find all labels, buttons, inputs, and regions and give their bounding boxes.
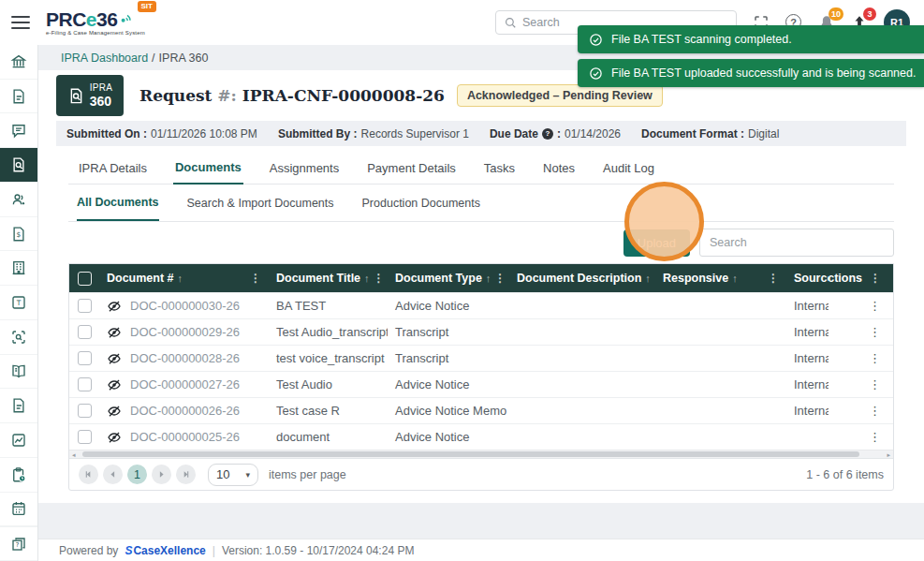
due-date-help-icon[interactable]: ? — [542, 128, 553, 140]
table-row[interactable]: DOC-000000027-26 Test Audio Advice Notic… — [69, 371, 893, 397]
next-page-button[interactable] — [152, 465, 171, 484]
scrollbar-thumb[interactable] — [82, 451, 859, 457]
table-row[interactable]: DOC-000000030-26 BA TEST Advice Notice I… — [69, 292, 893, 318]
last-page-button[interactable] — [176, 465, 196, 484]
col-document-type[interactable]: Document Type — [395, 272, 482, 285]
row-checkbox[interactable] — [78, 430, 92, 444]
document-number-link[interactable]: DOC-000000025-26 — [130, 430, 240, 444]
document-number-link[interactable]: DOC-000000027-26 — [130, 377, 240, 391]
row-actions-menu-icon[interactable]: ⋮ — [869, 299, 881, 313]
col-document-description[interactable]: Document Description — [517, 272, 641, 285]
upload-button[interactable]: Upload — [623, 229, 690, 257]
toast-stack: File BA TEST scanning completed. File BA… — [578, 25, 924, 87]
current-page-button[interactable]: 1 — [127, 465, 147, 484]
row-checkbox[interactable] — [78, 351, 92, 365]
tab-notes[interactable]: Notes — [541, 161, 577, 184]
sidebar-item-messages[interactable] — [0, 113, 37, 148]
sort-asc-icon[interactable]: ↑ — [486, 273, 491, 284]
eye-off-icon[interactable] — [107, 299, 122, 314]
toast-upload-success[interactable]: File BA TEST uploaded successfully and i… — [578, 59, 924, 87]
sidebar-item-reports-doc[interactable] — [0, 389, 37, 423]
eye-off-icon[interactable] — [107, 404, 122, 419]
tab-audit-log[interactable]: Audit Log — [601, 161, 656, 184]
select-all-checkbox[interactable] — [78, 272, 92, 286]
row-checkbox[interactable] — [78, 299, 92, 313]
scroll-right-icon[interactable]: ▸ — [887, 450, 890, 459]
sidebar-item-users[interactable] — [0, 183, 37, 217]
row-actions-menu-icon[interactable]: ⋮ — [869, 325, 881, 339]
eye-off-icon[interactable] — [107, 377, 122, 392]
horizontal-scrollbar[interactable]: ◂ ▸ — [69, 450, 893, 458]
tab-tasks[interactable]: Tasks — [482, 161, 517, 184]
column-menu-icon[interactable]: ⋮ — [870, 272, 881, 285]
column-menu-icon[interactable]: ⋮ — [374, 272, 385, 285]
brand-link[interactable]: SCaseXellence — [125, 544, 205, 557]
sort-asc-icon[interactable]: ↑ — [178, 273, 183, 284]
tab-payment-details[interactable]: Payment Details — [365, 161, 458, 184]
column-menu-icon[interactable]: ⋮ — [494, 272, 506, 285]
sidebar-item-ledger[interactable] — [0, 355, 37, 390]
row-checkbox[interactable] — [78, 325, 92, 339]
page-size-select[interactable]: 10▾ — [208, 464, 258, 486]
previous-page-button[interactable] — [103, 465, 123, 484]
sidebar-item-templates[interactable] — [0, 286, 37, 320]
sidebar-item-pending-tasks[interactable] — [0, 458, 37, 493]
first-page-button[interactable] — [79, 465, 98, 484]
eye-off-icon[interactable] — [107, 430, 122, 445]
subtab-production-documents[interactable]: Production Documents — [362, 185, 480, 221]
sidebar-item-ipra-360[interactable] — [0, 148, 37, 183]
sidebar-item-help[interactable] — [0, 526, 37, 561]
scroll-left-icon[interactable]: ◂ — [72, 450, 76, 459]
row-checkbox[interactable] — [78, 404, 92, 418]
col-document-title[interactable]: Document Title — [276, 272, 360, 285]
table-row[interactable]: DOC-000000025-26 document Advice Notice … — [69, 423, 893, 450]
breadcrumb-link-ipra-dashboard[interactable]: IPRA Dashboard — [61, 52, 148, 65]
table-search-input[interactable] — [699, 229, 894, 257]
sidebar-item-institution[interactable] — [0, 45, 37, 80]
sidebar-item-payments[interactable] — [0, 217, 37, 252]
document-icon — [10, 88, 27, 105]
sidebar-item-analytics[interactable] — [0, 423, 37, 458]
sidebar-item-calendar[interactable] — [0, 493, 37, 527]
users-icon — [10, 191, 27, 208]
document-number-link[interactable]: DOC-000000030-26 — [130, 299, 240, 313]
sidebar-item-scan-search[interactable] — [0, 320, 37, 355]
column-menu-icon[interactable]: ⋮ — [250, 272, 261, 285]
subtab-all-documents[interactable]: All Documents — [77, 185, 159, 221]
document-number-link[interactable]: DOC-000000028-26 — [130, 351, 240, 365]
row-actions-menu-icon[interactable]: ⋮ — [869, 351, 881, 365]
sort-asc-icon[interactable]: ↑ — [732, 273, 738, 284]
environment-badge: SIT — [138, 1, 156, 12]
row-actions-menu-icon[interactable]: ⋮ — [869, 404, 881, 418]
document-type-cell: Advice Notice — [388, 424, 509, 450]
document-number-link[interactable]: DOC-000000029-26 — [130, 325, 240, 339]
document-search-icon — [10, 156, 27, 173]
eye-off-icon[interactable] — [107, 325, 122, 340]
document-search-icon — [67, 87, 85, 105]
row-actions-menu-icon[interactable]: ⋮ — [869, 430, 881, 444]
sidebar-item-organizations[interactable] — [0, 251, 37, 286]
tab-ipra-details[interactable]: IPRA Details — [77, 161, 149, 184]
col-document-number[interactable]: Document # — [107, 272, 174, 285]
row-checkbox[interactable] — [78, 377, 92, 391]
col-responsive[interactable]: Responsive — [663, 272, 728, 285]
documents-toolbar: Upload — [68, 222, 894, 263]
chat-icon — [10, 122, 27, 139]
table-row[interactable]: DOC-000000026-26 Test case R Advice Noti… — [69, 397, 893, 423]
status-badge: Acknowledged – Pending Review — [457, 84, 663, 107]
table-row[interactable]: DOC-000000028-26 test voice_transcript T… — [69, 345, 893, 371]
document-number-link[interactable]: DOC-000000026-26 — [130, 404, 240, 418]
col-source[interactable]: Source — [794, 272, 829, 285]
tab-assignments[interactable]: Assignments — [268, 161, 341, 184]
tab-documents[interactable]: Documents — [173, 160, 243, 185]
sidebar-item-filings[interactable] — [0, 80, 37, 114]
eye-off-icon[interactable] — [107, 351, 122, 366]
sort-asc-icon[interactable]: ↑ — [364, 273, 370, 284]
sort-asc-icon[interactable]: ↑ — [645, 273, 651, 284]
table-row[interactable]: DOC-000000029-26 Test Audio_transcript T… — [69, 318, 893, 345]
hamburger-menu-icon[interactable] — [11, 12, 30, 33]
toast-scanning-completed[interactable]: File BA TEST scanning completed. — [578, 25, 924, 53]
row-actions-menu-icon[interactable]: ⋮ — [869, 377, 881, 391]
subtab-search-import-documents[interactable]: Search & Import Documents — [187, 185, 334, 221]
column-menu-icon[interactable]: ⋮ — [768, 272, 779, 285]
